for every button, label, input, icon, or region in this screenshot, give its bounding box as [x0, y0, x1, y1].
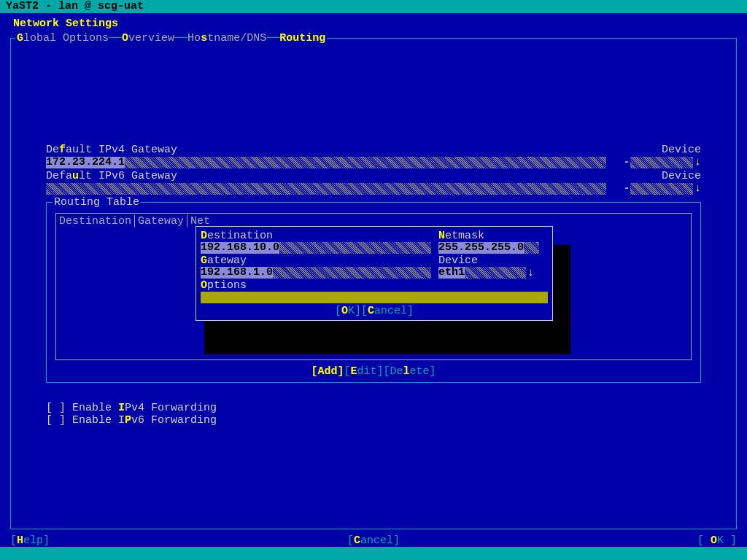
add-button[interactable]: [Add] [311, 365, 344, 378]
tabs-row: Global Options──Overview──Hostname/DNS──… [15, 32, 327, 44]
ipv4-device-dash: - [624, 156, 630, 168]
ipv4-gateway-input[interactable]: 172.23.224.1 [46, 157, 606, 168]
tab-sep2: ── [174, 32, 187, 44]
dropdown-arrow-icon-2[interactable]: ↓ [694, 182, 701, 195]
tab-overview[interactable]: Overview [122, 32, 174, 44]
routing-table-title: Routing Table [53, 196, 141, 209]
modal-device-arrow-icon[interactable]: ↓ [527, 267, 534, 279]
modal-cancel-button[interactable]: [Cancel] [361, 305, 414, 317]
tab-sep: ── [109, 32, 122, 44]
tab-routing[interactable]: Routing [279, 32, 325, 44]
forwarding-checkboxes: [ ] Enable IPv4 Forwarding [ ] Enable IP… [46, 402, 217, 427]
modal-device-value: eth1 [438, 267, 465, 279]
ipv4-gateway-value: 172.23.224.1 [46, 157, 125, 168]
enable-ipv4-forwarding-checkbox[interactable]: [ ] Enable IPv4 Forwarding [46, 402, 217, 414]
modal-destination-value: 192.168.10.0 [201, 242, 279, 254]
gateway-section: Default IPv4 Gateway Device 172.23.224.1… [46, 144, 701, 195]
bottom-strip [0, 547, 747, 560]
ipv6-gateway-input[interactable] [46, 183, 606, 195]
tab-global-options[interactable]: Global Options [17, 32, 109, 44]
modal-netmask-input[interactable]: 255.255.255.0 [438, 242, 539, 254]
tab-hostname-dns[interactable]: Hostname/DNS [187, 32, 266, 44]
tab-global-options-hotkey: G [17, 32, 23, 44]
tab-hostname-post: tname/DNS [207, 32, 266, 44]
bottom-bar: [Help] [Cancel] [ OK ] [0, 534, 747, 547]
modal-gateway-value: 192.168.1.0 [201, 267, 273, 279]
ipv4-device-label: Device [662, 144, 701, 156]
modal-device-select[interactable]: eth1 [438, 267, 526, 279]
modal-destination-label: Destination [201, 230, 438, 242]
ipv6-device-dash: - [624, 182, 630, 195]
modal-options-input[interactable] [201, 292, 548, 303]
delete-button[interactable]: [Delete] [384, 365, 436, 378]
route-edit-dialog: Destination 192.168.10.0 Netmask 255.255… [196, 226, 553, 321]
ipv6-device-label: Device [662, 170, 701, 182]
tab-overview-label: verview [128, 32, 174, 44]
edit-button[interactable]: [Edit] [344, 365, 383, 378]
tab-sep3: ── [266, 32, 279, 44]
ok-button[interactable]: [ OK ] [697, 534, 737, 547]
modal-device-label: Device [438, 254, 548, 267]
window-titlebar: YaST2 - lan @ scg-uat [0, 0, 747, 13]
modal-destination-input[interactable]: 192.168.10.0 [201, 242, 431, 254]
page-title: Network Settings [0, 13, 747, 30]
modal-gateway-input[interactable]: 192.168.1.0 [201, 267, 431, 279]
modal-options-label: Options [201, 279, 548, 292]
tab-routing-label: outing [286, 32, 325, 44]
tab-global-options-label: lobal Options [23, 32, 109, 44]
tab-overview-hotkey: O [122, 32, 128, 44]
ipv6-device-select[interactable] [630, 183, 693, 195]
cancel-button[interactable]: [Cancel] [347, 534, 400, 547]
dropdown-arrow-icon[interactable]: ↓ [694, 156, 701, 168]
ipv4-device-select[interactable] [630, 157, 693, 168]
tab-routing-hot: R [279, 32, 286, 44]
modal-gateway-label: Gateway [201, 254, 438, 267]
ipv4-gateway-label: Default IPv4 Gateway [46, 144, 177, 156]
tab-hostname-pre: Ho [187, 32, 201, 44]
enable-ipv6-forwarding-checkbox[interactable]: [ ] Enable IPv6 Forwarding [46, 414, 217, 427]
modal-netmask-label: Netmask [438, 230, 548, 242]
routing-actions: [Add][Edit][Delete] [47, 365, 700, 378]
tab-hostname-hot: s [201, 32, 207, 44]
help-button[interactable]: [Help] [10, 534, 50, 547]
modal-ok-button[interactable]: [OK] [335, 305, 361, 317]
ipv6-gateway-label: Default IPv6 Gateway [46, 170, 177, 182]
modal-netmask-value: 255.255.255.0 [438, 242, 524, 254]
